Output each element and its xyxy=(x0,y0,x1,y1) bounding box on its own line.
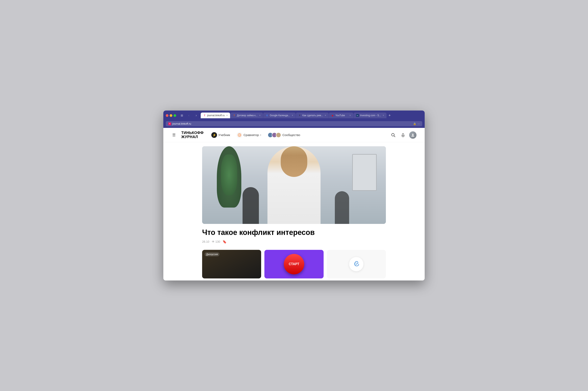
browser-window: ⊞ ‹ › Т journal.tinkoff.ru × Т Договор з… xyxy=(163,110,425,280)
hero-whiteboard xyxy=(352,154,377,191)
back-button[interactable]: ‹ xyxy=(186,112,192,118)
address-bar-row: Т journal.tinkoff.ru 🔒 ··· xyxy=(166,120,422,128)
tab-dogovor-close[interactable]: × xyxy=(259,114,261,117)
nav-label-sravnyator: Сравнятор xyxy=(244,133,259,137)
close-button[interactable] xyxy=(166,114,168,117)
nav-label-soobshchestvo: Сообщество xyxy=(282,133,300,137)
maximize-button[interactable] xyxy=(174,114,176,117)
hero-image xyxy=(202,146,386,224)
article-title: Что такое конфликт интересов xyxy=(202,228,386,237)
bolt-icon-char: ⚡ xyxy=(213,133,216,137)
tabs-row: Т journal.tinkoff.ru × Т Договор займа к… xyxy=(201,112,392,118)
article-views: 👁 130 xyxy=(212,240,220,243)
card-dark-inner: Дискуссия xyxy=(202,250,261,279)
tab-youtube[interactable]: ▶ YouTube × xyxy=(329,112,353,118)
tab-youtube-label: YouTube xyxy=(335,114,348,117)
lock-icon: 🔒 xyxy=(413,122,416,125)
nav-item-uchebnik[interactable]: ⚡ Учебник xyxy=(209,130,233,140)
hero-figure-left xyxy=(243,187,259,224)
site-logo: ТИНЬКОФФ ЖУРНАЛ xyxy=(181,131,204,139)
hero-plant xyxy=(217,146,241,207)
page-content: ☰ ТИНЬКОФФ ЖУРНАЛ ⚡ Учебник xyxy=(163,128,425,280)
tab-google[interactable]: G Google Календа... × xyxy=(263,112,296,118)
sravnyator-sup: β xyxy=(260,134,261,136)
svg-point-3 xyxy=(412,134,414,135)
tab-journal-favicon: Т xyxy=(203,114,206,117)
tab-kak[interactable]: Т Как сделать рем... × xyxy=(296,112,329,118)
hero-figure-right xyxy=(335,191,349,224)
cards-row: Дискуссия СТАРТ xyxy=(202,250,386,281)
nav-item-sravnyator[interactable]: Сравняторβ xyxy=(234,130,264,140)
card-spiral[interactable] xyxy=(327,250,386,279)
spiral-icon xyxy=(349,257,364,271)
new-tab-button[interactable]: + xyxy=(387,112,392,118)
browser-chrome: ⊞ ‹ › Т journal.tinkoff.ru × Т Договор з… xyxy=(163,110,425,128)
traffic-lights xyxy=(166,114,176,117)
card-start[interactable]: СТАРТ xyxy=(264,250,323,279)
eye-icon: 👁 xyxy=(212,240,215,243)
user-avatar[interactable] xyxy=(409,131,417,139)
address-bar[interactable]: Т journal.tinkoff.ru 🔒 ··· xyxy=(166,121,422,126)
tab-dogovor-label: Договор займа к... xyxy=(237,114,257,117)
tab-investing[interactable]: In Investing.com - S... × xyxy=(354,112,387,118)
tab-kak-favicon: Т xyxy=(298,114,301,117)
nav-item-soobshchestvo[interactable]: Сообщество xyxy=(265,131,303,139)
user-avatar-inner xyxy=(409,131,417,139)
tab-dogovor-favicon: Т xyxy=(233,114,236,117)
card-white-inner xyxy=(327,250,386,279)
community-avatar-3 xyxy=(276,132,281,138)
tab-investing-label: Investing.com - S... xyxy=(360,114,381,117)
browser-top-bar: ⊞ ‹ › Т journal.tinkoff.ru × Т Договор з… xyxy=(166,112,422,118)
start-button-label: СТАРТ xyxy=(289,262,299,266)
bell-button[interactable] xyxy=(399,131,407,139)
forward-button[interactable]: › xyxy=(193,112,199,118)
tab-google-close[interactable]: × xyxy=(292,114,293,117)
tab-google-favicon: G xyxy=(266,114,269,117)
tab-dogovor[interactable]: Т Договор займа к... × xyxy=(230,112,263,118)
bookmark-icon[interactable]: 🔖 xyxy=(222,240,227,244)
article-meta: 26.10 👁 130 🔖 xyxy=(202,240,386,244)
address-more-icon[interactable]: ··· xyxy=(418,122,420,125)
community-avatars xyxy=(268,132,281,138)
hamburger-button[interactable]: ☰ xyxy=(171,132,176,138)
main-nav: ⚡ Учебник Сравняторβ xyxy=(209,130,385,140)
tab-journal[interactable]: Т journal.tinkoff.ru × xyxy=(201,112,230,118)
active-tab-favicon: Т xyxy=(168,122,171,125)
tab-journal-label: journal.tinkoff.ru xyxy=(207,114,224,117)
hero-image-content xyxy=(202,146,386,224)
start-button[interactable]: СТАРТ xyxy=(284,254,304,274)
tab-investing-close[interactable]: × xyxy=(383,114,384,117)
site-logo-line2: ЖУРНАЛ xyxy=(181,135,204,139)
sidebar-toggle-button[interactable]: ⊞ xyxy=(179,113,184,117)
svg-line-2 xyxy=(394,136,395,137)
article-date: 26.10 xyxy=(202,240,209,243)
tab-kak-close[interactable]: × xyxy=(325,114,326,117)
tab-journal-close[interactable]: × xyxy=(226,114,228,117)
hero-person xyxy=(267,146,321,224)
compare-icon xyxy=(237,132,242,138)
minimize-button[interactable] xyxy=(170,114,172,117)
tab-investing-favicon: In xyxy=(356,114,359,117)
url-text: journal.tinkoff.ru xyxy=(172,122,412,125)
bolt-icon: ⚡ xyxy=(211,132,217,138)
main-content: Что такое конфликт интересов 26.10 👁 130… xyxy=(202,142,386,280)
site-logo-line1: ТИНЬКОФФ xyxy=(181,131,204,135)
tab-kak-label: Как сделать рем... xyxy=(302,114,323,117)
card-diskussiya-label: Дискуссия xyxy=(205,252,220,256)
tab-google-label: Google Календа... xyxy=(270,114,290,117)
site-header: ☰ ТИНЬКОФФ ЖУРНАЛ ⚡ Учебник xyxy=(163,128,425,142)
card-diskussiya[interactable]: Дискуссия xyxy=(202,250,261,279)
article-views-count: 130 xyxy=(216,240,220,243)
search-button[interactable] xyxy=(390,131,397,139)
card-purple-inner: СТАРТ xyxy=(264,250,323,279)
nav-label-uchebnik: Учебник xyxy=(218,133,230,137)
header-actions xyxy=(390,131,417,139)
tab-youtube-close[interactable]: × xyxy=(350,114,351,117)
tab-youtube-favicon: ▶ xyxy=(331,114,334,117)
